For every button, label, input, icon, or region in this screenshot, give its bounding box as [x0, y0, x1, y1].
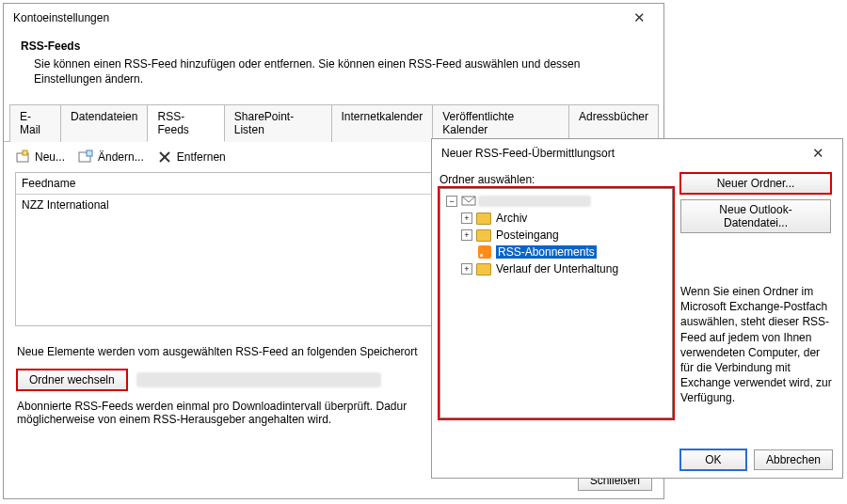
folder-icon — [476, 213, 491, 225]
tree-label: Archiv — [496, 212, 527, 225]
change-button[interactable]: Ändern... — [78, 150, 144, 165]
expand-icon[interactable]: + — [461, 229, 472, 241]
new-folder-button[interactable]: Neuer Ordner... — [680, 173, 831, 194]
titlebar: Kontoeinstellungen ✕ — [4, 4, 663, 32]
new-label: Neu... — [35, 150, 65, 164]
tree-item-archiv[interactable]: + Archiv — [442, 210, 670, 227]
redacted-path — [136, 372, 381, 387]
rss-delivery-location-dialog: Neuer RSS-Feed-Übermittlungsort ✕ Ordner… — [431, 138, 843, 479]
tree-item-rss[interactable]: RSS-Abonnements — [442, 244, 670, 260]
ok-button[interactable]: OK — [680, 449, 746, 470]
heading-area: RSS-Feeds Sie können einen RSS-Feed hinz… — [4, 32, 663, 103]
dialog-buttons: OK Abbrechen — [680, 449, 833, 470]
section-description: Sie können einen RSS-Feed hinzufügen ode… — [21, 56, 647, 87]
tabs: E-Mail Datendateien RSS-Feeds SharePoint… — [4, 103, 663, 142]
svg-rect-3 — [87, 150, 92, 156]
mailbox-icon — [461, 194, 476, 210]
tree-panel: Ordner auswählen: − + Archiv + — [439, 173, 673, 418]
tree-item-verlauf[interactable]: + Verlauf der Unterhaltung — [442, 260, 670, 277]
tab-rss-feeds[interactable]: RSS-Feeds — [147, 104, 224, 142]
new-icon — [15, 150, 30, 165]
rss-icon — [478, 245, 491, 259]
new-button[interactable]: Neu... — [15, 150, 65, 165]
right-pane: Neuer Ordner... Neue Outlook-Datendatei.… — [680, 173, 835, 418]
titlebar: Neuer RSS-Feed-Übermittlungsort ✕ — [432, 139, 842, 167]
hint-text: Wenn Sie einen Ordner im Microsoft Excha… — [680, 284, 835, 406]
tree-label: Verlauf der Unterhaltung — [496, 262, 618, 276]
close-icon[interactable]: ✕ — [799, 140, 837, 166]
close-icon[interactable]: ✕ — [620, 5, 658, 31]
tree-label: Posteingang — [496, 228, 559, 242]
tab-published-calendar[interactable]: Veröffentlichte Kalender — [432, 104, 569, 142]
dialog-title: Neuer RSS-Feed-Übermittlungsort — [441, 147, 615, 160]
collapse-icon[interactable]: − — [446, 196, 457, 207]
folder-tree[interactable]: − + Archiv + Posteingang — [439, 188, 673, 418]
remove-button[interactable]: Entfernen — [157, 150, 226, 165]
section-title: RSS-Feeds — [21, 39, 647, 53]
tab-internet-calendar[interactable]: Internetkalender — [331, 104, 434, 142]
tab-address-books[interactable]: Adressbücher — [568, 104, 659, 142]
folder-icon — [476, 229, 491, 242]
remove-icon — [157, 150, 172, 165]
tab-datafiles[interactable]: Datendateien — [60, 104, 148, 142]
tree-root[interactable]: − — [442, 193, 670, 210]
tab-email[interactable]: E-Mail — [9, 104, 61, 142]
cancel-button[interactable]: Abbrechen — [754, 449, 833, 470]
redacted-account — [478, 196, 591, 207]
tab-sharepoint-lists[interactable]: SharePoint-Listen — [224, 104, 332, 142]
tree-label-selected: RSS-Abonnements — [496, 245, 597, 259]
new-datafile-button[interactable]: Neue Outlook-Datendatei... — [680, 199, 831, 233]
change-icon — [78, 150, 93, 165]
dialog-body: Ordner auswählen: − + Archiv + — [432, 167, 842, 456]
choose-folder-label: Ordner auswählen: — [439, 173, 673, 188]
tree-item-posteingang[interactable]: + Posteingang — [442, 227, 670, 244]
change-label: Ändern... — [98, 150, 144, 164]
remove-label: Entfernen — [177, 150, 226, 164]
expand-icon[interactable]: + — [461, 263, 472, 275]
folder-icon — [476, 263, 491, 276]
expand-icon[interactable]: + — [461, 213, 472, 224]
window-title: Kontoeinstellungen — [13, 11, 109, 24]
change-folder-button[interactable]: Ordner wechseln — [17, 370, 127, 390]
svg-rect-1 — [23, 150, 27, 155]
